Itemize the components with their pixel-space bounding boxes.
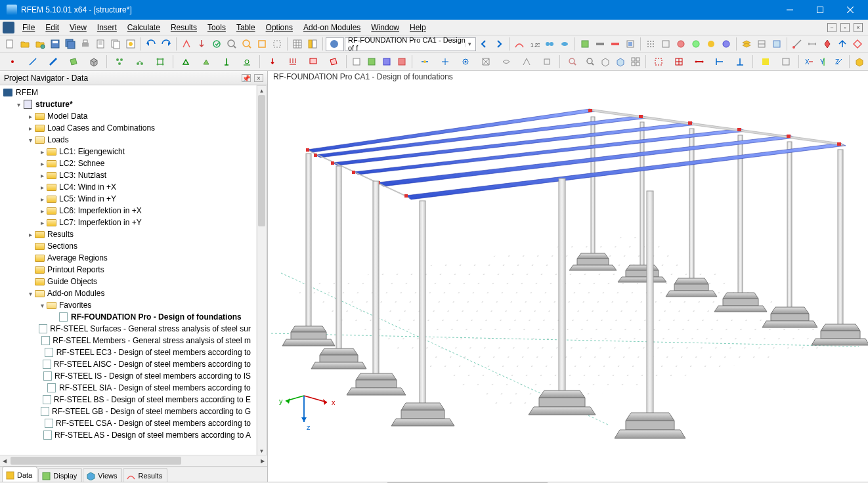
save-button[interactable] (48, 37, 62, 51)
menu-options[interactable]: Options (261, 22, 298, 33)
result3-button[interactable] (542, 37, 557, 51)
mdi-restore-icon[interactable]: ▫ (840, 23, 850, 32)
tree-addon[interactable]: Add-on Modules (47, 289, 104, 298)
t3c-button[interactable] (456, 54, 475, 69)
calc-button[interactable] (209, 37, 224, 51)
tree-scrollbar-vertical[interactable]: ▲▼ (257, 85, 267, 456)
tree-lc4[interactable]: LC4: Wind in +X (59, 182, 116, 192)
table-button[interactable] (290, 37, 305, 51)
x1-button[interactable]: X (802, 54, 816, 69)
save-all-button[interactable] (63, 37, 77, 51)
zoom-all-button[interactable] (225, 37, 239, 51)
view2-button[interactable] (583, 54, 597, 69)
nav-tab-results[interactable]: Results (123, 468, 167, 482)
tree-lc2[interactable]: LC2: Schnee (59, 159, 104, 168)
batch-button[interactable] (108, 37, 123, 51)
tree-load-cases[interactable]: Load Cases and Combinations (47, 123, 155, 133)
result1-button[interactable] (512, 37, 527, 51)
grid4-button[interactable] (689, 37, 703, 51)
tree-favorites[interactable]: Favorites (59, 301, 91, 310)
tree-scrollbar-horizontal[interactable]: ◀▶ (0, 455, 267, 466)
sel5-button[interactable] (730, 54, 750, 69)
x3-button[interactable]: Z (832, 54, 846, 69)
group2-button[interactable] (130, 54, 150, 69)
grid5-button[interactable] (704, 37, 718, 51)
nav-tab-display[interactable]: Display (38, 468, 82, 482)
t2d-button[interactable] (395, 54, 409, 69)
model-viewport[interactable]: RF-FOUNDATION Pro CA1 - Design of founda… (268, 71, 868, 482)
group1-button[interactable] (110, 54, 129, 69)
tree-loads[interactable]: Loads (47, 135, 69, 144)
x2-button[interactable]: Y (817, 54, 831, 69)
view3-button[interactable] (598, 54, 613, 69)
dimension-button[interactable] (805, 37, 819, 51)
tree-printout[interactable]: Printout Reports (47, 265, 104, 274)
layer-button[interactable] (739, 37, 754, 51)
view1-button[interactable] (563, 54, 582, 69)
layer2-button[interactable] (754, 37, 769, 51)
new-button[interactable] (3, 37, 17, 51)
load2-button[interactable] (283, 54, 303, 69)
tree-model-data[interactable]: Model Data (47, 112, 87, 121)
support4-button[interactable] (237, 54, 257, 69)
zoom-button[interactable] (240, 37, 254, 51)
load4-button[interactable] (324, 54, 343, 69)
tool5-button[interactable] (850, 37, 865, 51)
tree-module-9[interactable]: RF-STEEL AS - Design of steel members ac… (54, 430, 251, 440)
tree-lc5[interactable]: LC5: Wind in +Y (59, 194, 116, 203)
render2-button[interactable] (776, 54, 796, 69)
tree-results[interactable]: Results (47, 230, 74, 239)
tree-root[interactable]: RFEM (16, 88, 38, 97)
mdi-minimize-icon[interactable]: − (827, 23, 836, 32)
view4-button[interactable] (613, 54, 628, 69)
calc-structure-button[interactable] (179, 37, 194, 51)
tree-avg-regions[interactable]: Average Regions (47, 253, 108, 262)
menu-file[interactable]: File (17, 22, 40, 33)
t2c-button[interactable] (380, 54, 394, 69)
display4-button[interactable] (623, 37, 638, 51)
project-tree[interactable]: RFEM ▾structure* ▸Model Data ▸Load Cases… (0, 85, 267, 455)
support-button[interactable] (176, 54, 196, 69)
tree-module-0[interactable]: RF-STEEL Surfaces - General stress analy… (50, 324, 251, 333)
t3a-button[interactable] (415, 54, 435, 69)
t3g-button[interactable] (537, 54, 557, 69)
menu-edit[interactable]: Edit (40, 22, 64, 33)
model-canvas[interactable]: x y z (268, 71, 868, 482)
result4-button[interactable] (557, 37, 572, 51)
display3-button[interactable] (608, 37, 622, 51)
node-button[interactable] (3, 54, 22, 69)
tree-lc7[interactable]: LC7: Imperfektion in +Y (59, 218, 142, 227)
t2a-button[interactable] (349, 54, 364, 69)
tree-lc3[interactable]: LC3: Nutzlast (59, 171, 106, 180)
tree-module-3[interactable]: RF-STEEL AISC - Design of steel members … (54, 360, 251, 369)
load-button[interactable] (194, 37, 209, 51)
view5-button[interactable] (628, 54, 643, 69)
t3e-button[interactable] (496, 54, 516, 69)
sel4-button[interactable] (710, 54, 729, 69)
zoom-selection-button[interactable] (270, 37, 284, 51)
member-button[interactable] (43, 54, 63, 69)
menu-table[interactable]: Table (231, 22, 261, 33)
minimize-button[interactable] (775, 0, 805, 20)
navigator-pin-button[interactable]: 📌 (242, 74, 251, 82)
t3d-button[interactable] (476, 54, 496, 69)
grid2-button[interactable] (659, 37, 673, 51)
menu-help[interactable]: Help (404, 22, 431, 33)
support3-button[interactable] (217, 54, 236, 69)
measure-button[interactable] (790, 37, 804, 51)
tree-lc1[interactable]: LC1: Eigengewicht (59, 147, 125, 156)
mdi-close-icon[interactable]: × (854, 23, 863, 32)
grid6-button[interactable] (719, 37, 733, 51)
render1-button[interactable] (756, 54, 775, 69)
grid3-button[interactable] (674, 37, 688, 51)
prev-case-button[interactable] (477, 37, 491, 51)
print-button[interactable] (78, 37, 93, 51)
load3-button[interactable] (303, 54, 323, 69)
t2b-button[interactable] (364, 54, 379, 69)
tree-guide[interactable]: Guide Objects (47, 277, 97, 286)
maximize-button[interactable] (805, 0, 835, 20)
case-combo[interactable]: RF-FOUNDATION Pro CA1 - Design of f▾ (345, 37, 476, 51)
t3b-button[interactable] (435, 54, 455, 69)
line-button[interactable] (23, 54, 43, 69)
zoom-extents-button[interactable] (255, 37, 269, 51)
